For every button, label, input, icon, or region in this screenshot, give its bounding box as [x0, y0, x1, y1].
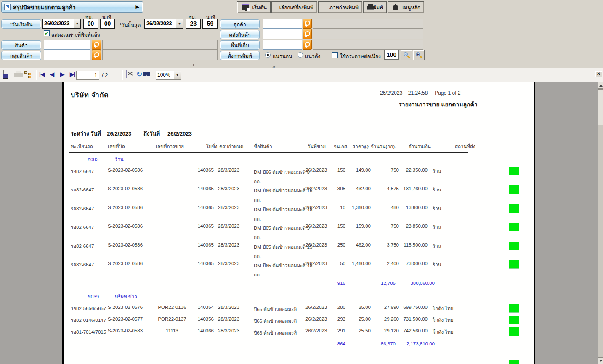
group-subtotal-qty: 12,705: [381, 281, 396, 286]
report-cell-product: DM ปี66 ต้นข้าวหอมมะลิ 5 กก.: [254, 167, 313, 186]
page-info: Page 1 of 2: [435, 90, 460, 96]
cancel-export-icon[interactable]: [126, 71, 135, 79]
to-label: ถึงวันที่: [143, 130, 160, 137]
product-button[interactable]: สินค้า: [1, 40, 41, 50]
print-button[interactable]: พิมพ์: [363, 1, 387, 13]
report-cell-bill: S-2023-02-0586: [108, 242, 143, 247]
continuous-paper-checkbox[interactable]: [332, 52, 338, 58]
report-cell-price: 25.00: [359, 305, 371, 310]
customer-code-input[interactable]: [263, 19, 302, 29]
start-date-value: 26/02/2023: [43, 19, 74, 28]
scrollbar-thumb[interactable]: [598, 89, 603, 125]
customer-search-icon[interactable]: [303, 19, 312, 29]
storage-search-icon[interactable]: [303, 40, 312, 50]
group-subtotal-sacks: 864: [337, 341, 345, 346]
report-cell-amount: 13,600.00: [406, 205, 428, 210]
search-text-icon[interactable]: [146, 71, 156, 79]
end-date-dropdown-icon[interactable]: ▼: [176, 19, 183, 28]
previous-page-button[interactable]: ◀: [50, 71, 54, 77]
export-report-icon[interactable]: [3, 71, 13, 79]
zoom-out-button[interactable]: −: [401, 50, 412, 60]
report-cell-place: ร้าน: [433, 261, 441, 268]
report-cell-price: 462.00: [356, 242, 371, 247]
report-preview-area: บริษัท จำกัด 26/2/2023 21:24:58 Page 1 o…: [0, 82, 603, 364]
start-date-button[interactable]: *วันเริ่มต้น: [1, 19, 41, 29]
zoom-percent-field[interactable]: 100: [384, 50, 399, 60]
storage-code-input[interactable]: [263, 40, 302, 50]
print-datetime: 26/2/2023 21:24:58 Page 1 of 2: [380, 90, 461, 96]
printed-only-label: แสดงเฉพาะที่พิมพ์แล้ว: [51, 31, 100, 39]
printed-only-checkbox[interactable]: ✓: [44, 30, 50, 36]
portrait-radio[interactable]: [298, 52, 303, 58]
start-hour-field[interactable]: 00: [83, 19, 98, 29]
product-code-input[interactable]: [44, 40, 90, 50]
print-report-icon[interactable]: [14, 71, 23, 79]
expand-arrow-icon[interactable]: ▶: [136, 4, 139, 10]
end-date-value: 26/02/2023: [145, 19, 176, 28]
toolbar-separator: [36, 70, 36, 80]
warehouse-button[interactable]: คลังสินค้า: [220, 30, 260, 39]
scroll-up-icon[interactable]: [598, 82, 603, 89]
product-group-search-icon[interactable]: [92, 50, 101, 60]
page-number-input[interactable]: [76, 71, 99, 80]
close-preview-button[interactable]: ✕: [595, 71, 602, 77]
report-cell-sale_no: POR22-0137: [141, 316, 204, 321]
print-preview-button[interactable]: ภาพก่อนพิมพ์: [318, 1, 362, 13]
start-button[interactable]: เริ่มต้น: [237, 1, 271, 13]
application-window: สรุปบิลขายแยกตามลูกค้า ▶ เริ่มต้น เลือกเ…: [0, 0, 603, 364]
start-date-dropdown-icon[interactable]: ▼: [74, 19, 80, 28]
end-hour-field[interactable]: 23: [186, 19, 201, 29]
report-cell-sale_date: 26/2/2023: [305, 167, 327, 173]
row-status-marker: [509, 304, 519, 312]
product-button-label: สินค้า: [15, 41, 27, 49]
main-menu-label: เมนูหลัก: [402, 3, 420, 11]
toolbar-separator: [122, 70, 122, 80]
vertical-scrollbar[interactable]: [598, 82, 603, 364]
report-cell-due: 28/3/2023: [218, 205, 239, 210]
report-cell-amount: 22,350.00: [406, 167, 428, 173]
customer-button[interactable]: ลูกค้า: [220, 19, 260, 29]
report-cell-bill: S-2023-02-0586: [108, 261, 143, 266]
report-cell-sale_no: POR22-0136: [141, 305, 204, 310]
next-page-button[interactable]: ▶: [60, 71, 64, 77]
report-cell-sale_date: 26/2/2023: [305, 305, 327, 310]
group-subtotal-sacks: 915: [337, 281, 345, 286]
report-cell-product: ปี66 ต้นข้าวหอมมะลิ: [254, 316, 313, 326]
print-time: 21:24:58: [408, 90, 428, 96]
main-menu-button[interactable]: เมนูหลัก: [388, 1, 424, 13]
report-cell-weigh: 140365: [198, 186, 214, 191]
product-search-icon[interactable]: [92, 40, 101, 50]
end-minute-field[interactable]: 59: [202, 19, 218, 29]
group-code: ข039: [88, 293, 99, 300]
start-minute-field[interactable]: 00: [100, 19, 115, 29]
zoom-in-button[interactable]: +: [413, 50, 425, 60]
group-name: ร้าน: [115, 156, 124, 163]
zoom-dropdown-icon[interactable]: ▼: [174, 71, 181, 79]
scroll-down-icon[interactable]: [598, 357, 603, 364]
start-date-combo[interactable]: 26/02/2023 ▼: [42, 19, 81, 29]
last-page-button[interactable]: ▶|: [70, 71, 76, 77]
end-date-combo[interactable]: 26/02/2023 ▼: [144, 19, 183, 29]
row-status-marker: [509, 242, 519, 250]
report-cell-weigh: 140365: [198, 223, 214, 228]
product-group-button[interactable]: กลุ่มสินค้า: [1, 51, 41, 60]
report-cell-reg: รอ82-6647: [71, 205, 94, 213]
report-cell-price: 1,460.00: [352, 261, 371, 266]
group-subtotal-qty: 86,370: [381, 341, 396, 346]
window-title-bar[interactable]: สรุปบิลขายแยกตามลูกค้า ▶: [1, 1, 143, 13]
select-printer-button[interactable]: เลือกเครื่องพิมพ์: [271, 1, 317, 13]
warehouse-code-input[interactable]: [263, 29, 302, 39]
report-cell-sale_date: 26/2/2023: [305, 328, 327, 333]
print-setup-button[interactable]: ตั้งการพิมพ์: [220, 51, 260, 60]
report-cell-qty: 750: [391, 167, 399, 173]
report-cell-place: โกดัง ไทย: [433, 328, 454, 336]
landscape-radio[interactable]: [265, 52, 271, 58]
zoom-level-select[interactable]: 100% ▼: [156, 71, 181, 80]
group-tree-icon[interactable]: [24, 71, 34, 79]
report-cell-amount: 131,760.00: [403, 186, 428, 191]
storage-button[interactable]: พื้นที่เก็บ: [220, 40, 260, 50]
first-page-button[interactable]: |◀: [39, 71, 45, 77]
report-cell-sacks: 250: [337, 242, 345, 247]
warehouse-search-icon[interactable]: [303, 29, 312, 39]
product-group-code-input[interactable]: [44, 50, 90, 60]
